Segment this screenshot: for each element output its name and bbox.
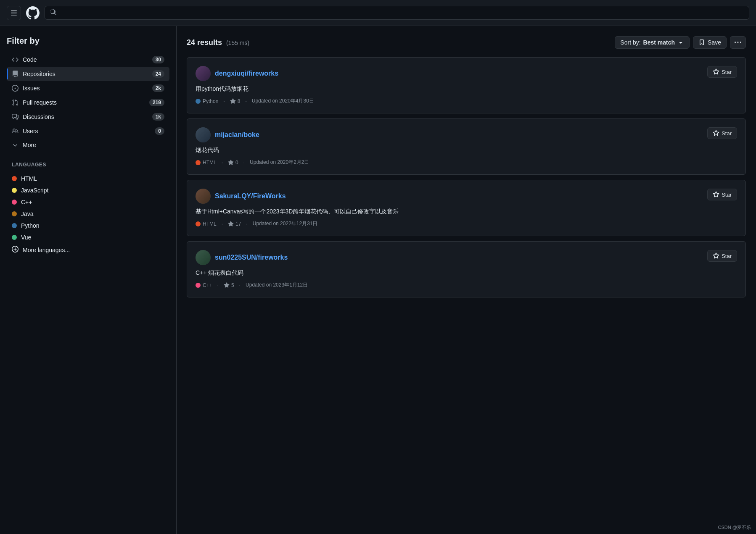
filter-by-title: Filter by (7, 36, 169, 46)
repo-lang-3: HTML (196, 221, 217, 227)
star-icon-1 (713, 68, 719, 75)
languages-section: Languages HTML JavaScript C++ Java Pytho… (7, 162, 169, 256)
ellipsis-icon (735, 39, 741, 46)
python-dot (12, 223, 17, 228)
sidebar: Filter by Code 30 (0, 26, 177, 534)
repo-info-3: SakuraLQY/FireWorks (196, 189, 286, 204)
star-count-2: 0 (235, 160, 238, 166)
lang-name-vue: Vue (21, 234, 31, 241)
repo-card-header-1: dengxiuqi/fireworks Star (196, 66, 737, 81)
repo-meta-2: HTML · 0 · Updated on 2020年2月2日 (196, 159, 737, 166)
lang-dot-3 (196, 221, 201, 226)
repo-link-1[interactable]: dengxiuqi/fireworks (215, 70, 278, 77)
lang-name-cpp: C++ (21, 199, 32, 205)
lang-dot-1 (196, 99, 201, 104)
sidebar-label-users: Users (23, 128, 151, 134)
search-bar[interactable]: 烟花代码 (45, 6, 749, 20)
bookmark-icon (698, 39, 705, 46)
repo-avatar-2 (196, 127, 211, 142)
sort-button[interactable]: Sort by: Best match (615, 36, 690, 49)
save-button[interactable]: Save (693, 36, 727, 49)
more-languages-button[interactable]: More languages... (7, 243, 169, 256)
lang-item-python[interactable]: Python (7, 220, 169, 231)
lang-item-vue[interactable]: Vue (7, 231, 169, 243)
star-count-icon-4 (224, 282, 230, 288)
star-count-icon-3 (228, 221, 234, 227)
discussion-icon (12, 113, 19, 120)
top-nav: 烟花代码 (0, 0, 756, 26)
updated-4: Updated on 2023年1月12日 (246, 281, 308, 289)
lang-name-java: Java (21, 210, 34, 217)
sidebar-item-code[interactable]: Code 30 (7, 53, 169, 67)
lang-name-python: Python (21, 222, 40, 229)
star-button-2[interactable]: Star (707, 127, 737, 139)
star-label-4: Star (722, 253, 732, 259)
sidebar-item-pull-requests[interactable]: Pull requests 219 (7, 95, 169, 110)
sidebar-badge-repositories: 24 (152, 70, 164, 78)
sort-value: Best match (643, 39, 675, 46)
html-dot (12, 176, 17, 181)
lang-item-java[interactable]: Java (7, 208, 169, 220)
lang-name-html: HTML (21, 175, 37, 182)
sidebar-item-issues[interactable]: Issues 2k (7, 81, 169, 95)
star-button-4[interactable]: Star (707, 250, 737, 262)
sidebar-badge-discussions: 1k (152, 113, 164, 121)
repo-lang-1: Python (196, 98, 218, 104)
sidebar-badge-issues: 2k (152, 84, 164, 92)
search-icon (50, 9, 57, 17)
repo-avatar-4 (196, 250, 211, 265)
star-button-3[interactable]: Star (707, 189, 737, 200)
repo-link-3[interactable]: SakuraLQY/FireWorks (215, 192, 286, 200)
star-icon-2 (713, 130, 719, 137)
repo-info-2: mijaclan/boke (196, 127, 259, 142)
pr-icon (12, 99, 19, 106)
star-button-1[interactable]: Star (707, 66, 737, 78)
sidebar-label-issues: Issues (23, 85, 148, 92)
lang-name-4: C++ (203, 282, 212, 288)
sidebar-label-code: Code (23, 56, 148, 63)
repo-card-header-4: sun0225SUN/fireworks Star (196, 250, 737, 265)
sidebar-item-users[interactable]: Users 0 (7, 124, 169, 138)
repo-link-2[interactable]: mijaclan/boke (215, 131, 259, 139)
lang-item-javascript[interactable]: JavaScript (7, 184, 169, 196)
repo-card-3: SakuraLQY/FireWorks Star 基于Html+Canvas写的… (187, 180, 746, 236)
repo-desc-4: C++ 烟花表白代码 (196, 268, 737, 277)
main-content: 24 results (155 ms) Sort by: Best match … (177, 26, 756, 534)
repo-meta-4: C++ · 5 · Updated on 2023年1月12日 (196, 281, 737, 289)
sidebar-label-repositories: Repositories (23, 71, 148, 77)
updated-3: Updated on 2022年12月31日 (253, 220, 318, 227)
repo-stars-4: 5 (224, 282, 234, 288)
results-time: (155 ms) (226, 39, 249, 46)
sidebar-item-more[interactable]: More (7, 138, 169, 152)
star-label-3: Star (722, 192, 732, 198)
star-icon-3 (713, 191, 719, 198)
sidebar-item-discussions[interactable]: Discussions 1k (7, 110, 169, 124)
lang-name-2: HTML (203, 160, 217, 166)
lang-item-html[interactable]: HTML (7, 173, 169, 184)
star-count-icon-2 (228, 160, 234, 166)
lang-item-cpp[interactable]: C++ (7, 196, 169, 208)
plus-circle-icon (12, 246, 19, 254)
star-count-icon-1 (230, 98, 236, 104)
lang-name-javascript: JavaScript (21, 187, 48, 194)
updated-1: Updated on 2020年4月30日 (252, 97, 314, 105)
repo-card-header-2: mijaclan/boke Star (196, 127, 737, 142)
cpp-dot (12, 200, 17, 205)
hamburger-button[interactable] (7, 6, 21, 20)
more-options-button[interactable] (730, 36, 746, 49)
repo-desc-2: 烟花代码 (196, 146, 737, 155)
results-count: 24 results (187, 38, 222, 47)
repo-meta-1: Python · 8 · Updated on 2020年4月30日 (196, 97, 737, 105)
lang-dot-4 (196, 283, 201, 288)
repo-link-4[interactable]: sun0225SUN/fireworks (215, 254, 288, 261)
vue-dot (12, 235, 17, 240)
repo-lang-4: C++ (196, 282, 212, 288)
results-info: 24 results (155 ms) (187, 38, 249, 47)
search-input[interactable]: 烟花代码 (60, 10, 744, 16)
results-actions: Sort by: Best match Save (615, 36, 746, 49)
sidebar-item-repositories[interactable]: Repositories 24 (7, 67, 169, 81)
repo-info-4: sun0225SUN/fireworks (196, 250, 288, 265)
repo-icon (12, 71, 19, 77)
repo-info-1: dengxiuqi/fireworks (196, 66, 278, 81)
languages-title: Languages (7, 162, 169, 168)
